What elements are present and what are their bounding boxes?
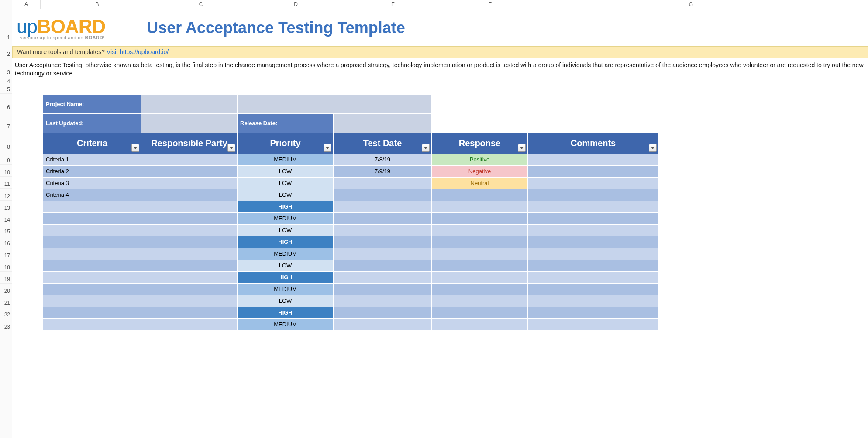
criteria-cell[interactable] (43, 260, 141, 271)
test-date-cell[interactable] (334, 295, 432, 307)
row-header-12[interactable]: 12 (0, 189, 12, 201)
row-header-22[interactable]: 22 (0, 307, 12, 319)
col-responsible-party[interactable]: Responsible Party (141, 133, 238, 154)
filter-dropdown-icon[interactable] (131, 144, 139, 152)
comments-cell[interactable] (528, 177, 659, 189)
comments-cell[interactable] (528, 165, 659, 177)
comments-cell[interactable] (528, 248, 659, 260)
row-header-3[interactable]: 3 (0, 58, 12, 78)
priority-cell[interactable]: LOW (238, 177, 334, 189)
comments-cell[interactable] (528, 318, 659, 330)
row-header-15[interactable]: 15 (0, 224, 12, 236)
col-header-B[interactable]: B (41, 0, 154, 9)
row-header-23[interactable]: 23 (0, 319, 12, 331)
responsible-cell[interactable] (141, 283, 238, 295)
priority-cell[interactable]: LOW (238, 260, 334, 271)
test-date-cell[interactable] (334, 201, 432, 212)
priority-cell[interactable]: LOW (238, 165, 334, 177)
comments-cell[interactable] (528, 201, 659, 212)
criteria-cell[interactable] (43, 307, 141, 318)
responsible-cell[interactable] (141, 307, 238, 318)
row-header-5[interactable]: 5 (0, 86, 12, 94)
test-date-cell[interactable]: 7/9/19 (334, 165, 432, 177)
response-cell[interactable] (432, 224, 528, 236)
col-header-A[interactable]: A (12, 0, 41, 9)
responsible-cell[interactable] (141, 224, 238, 236)
filter-dropdown-icon[interactable] (324, 144, 331, 152)
response-cell[interactable] (432, 318, 528, 330)
filter-dropdown-icon[interactable] (422, 144, 430, 152)
criteria-cell[interactable] (43, 271, 141, 283)
comments-cell[interactable] (528, 154, 659, 165)
responsible-cell[interactable] (141, 212, 238, 224)
row-header-6[interactable]: 6 (0, 94, 12, 113)
responsible-cell[interactable] (141, 236, 238, 248)
response-cell[interactable] (432, 271, 528, 283)
col-header-F[interactable]: F (442, 0, 538, 9)
row-header-17[interactable]: 17 (0, 248, 12, 260)
criteria-cell[interactable] (43, 248, 141, 260)
priority-cell[interactable]: MEDIUM (238, 283, 334, 295)
row-header-7[interactable]: 7 (0, 113, 12, 132)
col-header-G[interactable]: G (538, 0, 844, 9)
blank-cell[interactable] (238, 94, 432, 113)
test-date-cell[interactable] (334, 236, 432, 248)
col-test-date[interactable]: Test Date (334, 133, 432, 154)
row-header-16[interactable]: 16 (0, 236, 12, 248)
priority-cell[interactable]: HIGH (238, 307, 334, 318)
comments-cell[interactable] (528, 189, 659, 201)
responsible-cell[interactable] (141, 260, 238, 271)
priority-cell[interactable]: HIGH (238, 271, 334, 283)
criteria-cell[interactable] (43, 224, 141, 236)
criteria-cell[interactable] (43, 283, 141, 295)
test-date-cell[interactable] (334, 212, 432, 224)
row-header-14[interactable]: 14 (0, 212, 12, 224)
row-header-4[interactable]: 4 (0, 78, 12, 86)
responsible-cell[interactable] (141, 154, 238, 165)
col-priority[interactable]: Priority (238, 133, 334, 154)
row-header-18[interactable]: 18 (0, 260, 12, 272)
test-date-cell[interactable] (334, 318, 432, 330)
project-name-cell[interactable] (141, 94, 238, 113)
test-date-cell[interactable] (334, 307, 432, 318)
row-header-2[interactable]: 2 (0, 46, 12, 58)
col-comments[interactable]: Comments (528, 133, 659, 154)
col-header-C[interactable]: C (154, 0, 248, 9)
responsible-cell[interactable] (141, 189, 238, 201)
responsible-cell[interactable] (141, 318, 238, 330)
criteria-cell[interactable]: Criteria 4 (43, 189, 141, 201)
criteria-cell[interactable] (43, 318, 141, 330)
col-criteria[interactable]: Criteria (43, 133, 141, 154)
response-cell[interactable] (432, 236, 528, 248)
row-header-13[interactable]: 13 (0, 201, 12, 212)
priority-cell[interactable]: MEDIUM (238, 318, 334, 330)
responsible-cell[interactable] (141, 177, 238, 189)
priority-cell[interactable]: LOW (238, 189, 334, 201)
test-date-cell[interactable]: 7/8/19 (334, 154, 432, 165)
col-header-D[interactable]: D (248, 0, 344, 9)
row-header-9[interactable]: 9 (0, 153, 12, 165)
response-cell[interactable] (432, 248, 528, 260)
criteria-cell[interactable] (43, 201, 141, 212)
row-header-1[interactable]: 1 (0, 9, 12, 46)
test-date-cell[interactable] (334, 260, 432, 271)
priority-cell[interactable]: MEDIUM (238, 248, 334, 260)
filter-dropdown-icon[interactable] (518, 144, 526, 152)
responsible-cell[interactable] (141, 165, 238, 177)
comments-cell[interactable] (528, 271, 659, 283)
banner-link[interactable]: Visit https://upboard.io/ (107, 48, 169, 55)
response-cell[interactable] (432, 295, 528, 307)
row-header-20[interactable]: 20 (0, 284, 12, 295)
test-date-cell[interactable] (334, 177, 432, 189)
criteria-cell[interactable]: Criteria 3 (43, 177, 141, 189)
response-cell[interactable]: Positive (432, 154, 528, 165)
filter-dropdown-icon[interactable] (227, 144, 235, 152)
row-header-19[interactable]: 19 (0, 272, 12, 284)
criteria-cell[interactable]: Criteria 1 (43, 154, 141, 165)
response-cell[interactable] (432, 212, 528, 224)
release-date-cell[interactable] (334, 113, 432, 133)
criteria-cell[interactable] (43, 236, 141, 248)
response-cell[interactable] (432, 201, 528, 212)
responsible-cell[interactable] (141, 248, 238, 260)
test-date-cell[interactable] (334, 283, 432, 295)
